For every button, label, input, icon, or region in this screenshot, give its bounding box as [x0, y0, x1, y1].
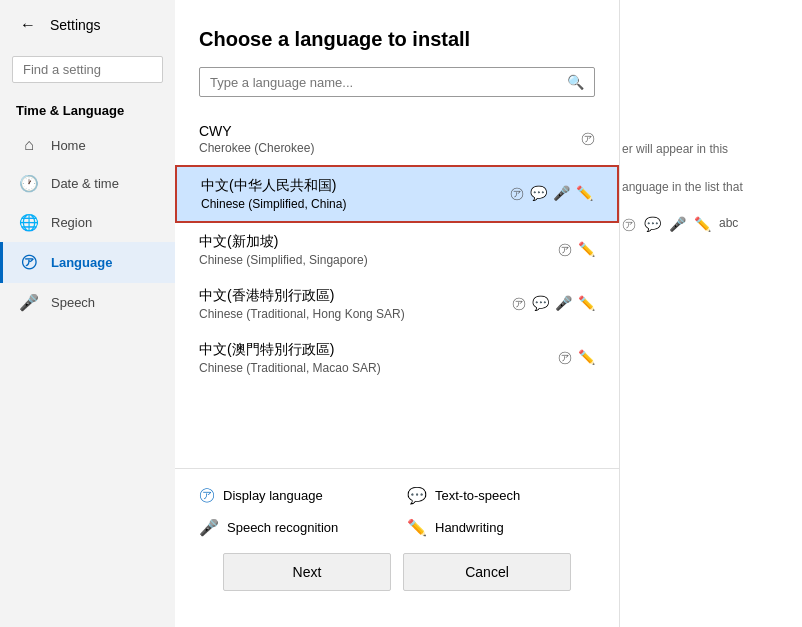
- speech-icon: 🎤: [19, 293, 39, 312]
- lang-primary-cwy: CWY: [199, 123, 314, 139]
- speech-recognition-label: Speech recognition: [227, 520, 338, 535]
- lang-primary-zh-hk: 中文(香港特別行政區): [199, 287, 405, 305]
- rp-icon-pen: ✏️: [694, 216, 711, 234]
- language-list: CWY Cherokee (Cherokee) ㋐ 中文(中华人民共和国) Ch…: [175, 113, 619, 468]
- section-label: Time & Language: [0, 95, 175, 126]
- region-icon: 🌐: [19, 213, 39, 232]
- sidebar-item-language-label: Language: [51, 255, 112, 270]
- lang-item-zh-cn[interactable]: 中文(中华人民共和国) Chinese (Simplified, China) …: [175, 165, 619, 223]
- dialog-buttons: Next Cancel: [199, 553, 595, 611]
- sidebar: ← Settings Time & Language ⌂ Home 🕐 Date…: [0, 0, 175, 627]
- feature-text-to-speech: 💬 Text-to-speech: [407, 485, 595, 506]
- sidebar-nav: ⌂ Home 🕐 Date & time 🌐 Region ㋐ Language…: [0, 126, 175, 322]
- lang-primary-zh-mo: 中文(澳門特別行政區): [199, 341, 381, 359]
- lang-secondary-zh-mo: Chinese (Traditional, Macao SAR): [199, 361, 381, 375]
- right-panel-text2: anguage in the list that: [622, 178, 782, 196]
- lang-icon-font: ㋐: [581, 130, 595, 148]
- sidebar-item-speech[interactable]: 🎤 Speech: [0, 283, 175, 322]
- cancel-button[interactable]: Cancel: [403, 553, 571, 591]
- lang-secondary-zh-hk: Chinese (Traditional, Hong Kong SAR): [199, 307, 405, 321]
- feature-display-language: ㋐ Display language: [199, 485, 387, 506]
- lang-secondary-zh-cn: Chinese (Simplified, China): [201, 197, 346, 211]
- sidebar-item-home-label: Home: [51, 138, 86, 153]
- lang-icon-mic-zhcn: 🎤: [553, 185, 570, 203]
- lang-item-zh-mo[interactable]: 中文(澳門特別行政區) Chinese (Traditional, Macao …: [175, 331, 619, 385]
- handwriting-label: Handwriting: [435, 520, 504, 535]
- rp-icon-mic: 🎤: [669, 216, 686, 234]
- right-panel-text1: er will appear in this: [622, 140, 782, 158]
- sidebar-title: Settings: [50, 17, 101, 33]
- lang-icons-zh-mo: ㋐ ✏️: [558, 349, 595, 367]
- sidebar-item-date-time-label: Date & time: [51, 176, 119, 191]
- lang-icon-font-zhsg: ㋐: [558, 241, 572, 259]
- lang-icon-pen-zhmo: ✏️: [578, 349, 595, 367]
- rp-icon-speech: 💬: [644, 216, 661, 234]
- lang-icons-zh-hk: ㋐ 💬 🎤 ✏️: [512, 295, 595, 313]
- lang-icon-font-zhcn: ㋐: [510, 185, 524, 203]
- lang-info-zh-hk: 中文(香港特別行政區) Chinese (Traditional, Hong K…: [199, 287, 405, 321]
- lang-icons-cwy: ㋐: [581, 130, 595, 148]
- lang-icon-font-zhmo: ㋐: [558, 349, 572, 367]
- lang-icon-tts-zhhk: 💬: [532, 295, 549, 313]
- lang-icon-font-zhhk: ㋐: [512, 295, 526, 313]
- rp-icon-font: ㋐: [622, 216, 636, 234]
- text-to-speech-label: Text-to-speech: [435, 488, 520, 503]
- lang-item-zh-sg[interactable]: 中文(新加坡) Chinese (Simplified, Singapore) …: [175, 223, 619, 277]
- lang-icon-pen-zhhk: ✏️: [578, 295, 595, 313]
- lang-info-zh-cn: 中文(中华人民共和国) Chinese (Simplified, China): [201, 177, 346, 211]
- lang-item-zh-hk[interactable]: 中文(香港特別行政區) Chinese (Traditional, Hong K…: [175, 277, 619, 331]
- dialog-search-input[interactable]: [210, 75, 567, 90]
- lang-icons-zh-sg: ㋐ ✏️: [558, 241, 595, 259]
- right-panel-icons: ㋐ 💬 🎤 ✏️ abc: [622, 216, 782, 234]
- features-panel: ㋐ Display language 💬 Text-to-speech 🎤 Sp…: [175, 468, 619, 627]
- lang-icons-zh-cn: ㋐ 💬 🎤 ✏️: [510, 185, 593, 203]
- lang-primary-zh-sg: 中文(新加坡): [199, 233, 368, 251]
- lang-info-zh-mo: 中文(澳門特別行政區) Chinese (Traditional, Macao …: [199, 341, 381, 375]
- lang-icon-mic-zhhk: 🎤: [555, 295, 572, 313]
- speech-recognition-icon: 🎤: [199, 518, 219, 537]
- sidebar-item-speech-label: Speech: [51, 295, 95, 310]
- rp-icon-abc: abc: [719, 216, 738, 234]
- main-area: — □ ✕ er will appear in this anguage in …: [175, 0, 802, 627]
- sidebar-item-region[interactable]: 🌐 Region: [0, 203, 175, 242]
- back-button[interactable]: ←: [16, 12, 40, 38]
- display-language-icon: ㋐: [199, 485, 215, 506]
- sidebar-item-home[interactable]: ⌂ Home: [0, 126, 175, 164]
- right-panel: er will appear in this anguage in the li…: [602, 0, 802, 627]
- home-icon: ⌂: [19, 136, 39, 154]
- next-button[interactable]: Next: [223, 553, 391, 591]
- dialog-title: Choose a language to install: [175, 0, 619, 67]
- display-language-label: Display language: [223, 488, 323, 503]
- sidebar-header: ← Settings: [0, 0, 175, 50]
- lang-primary-zh-cn: 中文(中华人民共和国): [201, 177, 346, 195]
- sidebar-item-date-time[interactable]: 🕐 Date & time: [0, 164, 175, 203]
- handwriting-icon: ✏️: [407, 518, 427, 537]
- language-dialog: Choose a language to install 🔍 CWY Chero…: [175, 0, 620, 627]
- dialog-search-icon: 🔍: [567, 74, 584, 90]
- date-time-icon: 🕐: [19, 174, 39, 193]
- lang-secondary-cwy: Cherokee (Cherokee): [199, 141, 314, 155]
- lang-icon-tts-zhcn: 💬: [530, 185, 547, 203]
- lang-icon-pen-zhsg: ✏️: [578, 241, 595, 259]
- lang-info-cwy: CWY Cherokee (Cherokee): [199, 123, 314, 155]
- sidebar-search[interactable]: [12, 56, 163, 83]
- lang-info-zh-sg: 中文(新加坡) Chinese (Simplified, Singapore): [199, 233, 368, 267]
- text-to-speech-icon: 💬: [407, 486, 427, 505]
- feature-speech-recognition: 🎤 Speech recognition: [199, 518, 387, 537]
- lang-icon-pen-zhcn: ✏️: [576, 185, 593, 203]
- dialog-search-box[interactable]: 🔍: [199, 67, 595, 97]
- lang-secondary-zh-sg: Chinese (Simplified, Singapore): [199, 253, 368, 267]
- sidebar-item-region-label: Region: [51, 215, 92, 230]
- features-grid: ㋐ Display language 💬 Text-to-speech 🎤 Sp…: [199, 485, 595, 537]
- lang-item-cwy[interactable]: CWY Cherokee (Cherokee) ㋐: [175, 113, 619, 165]
- feature-handwriting: ✏️ Handwriting: [407, 518, 595, 537]
- sidebar-item-language[interactable]: ㋐ Language: [0, 242, 175, 283]
- language-icon: ㋐: [19, 252, 39, 273]
